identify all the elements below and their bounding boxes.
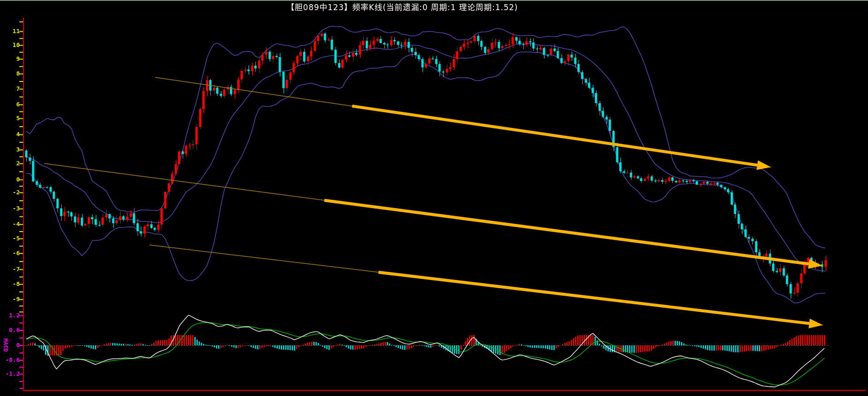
macd-axis-tick-label: 0.6: [0, 326, 20, 333]
main-axis-tick-label: -6: [0, 250, 20, 256]
main-axis-tick-label: -9: [0, 296, 20, 303]
chart-title: 【胆089中123】频率K线(当前遗漏:0 周期:1 理论周期:1.52): [287, 2, 518, 13]
main-axis-tick-label: -2: [0, 189, 20, 196]
main-axis-tick-label: 7: [0, 85, 20, 92]
main-axis-tick-label: 5: [0, 115, 20, 122]
main-axis-tick-label: -7: [0, 266, 20, 273]
main-axis-tick-label: 2: [0, 160, 20, 167]
main-axis-tick-label: 8: [0, 70, 20, 77]
main-axis-tick-label: 11: [0, 28, 20, 35]
main-axis-tick-label: -5: [0, 235, 20, 242]
main-axis-tick-label: -4: [0, 221, 20, 227]
chart-window: 【胆089中123】频率K线(当前遗漏:0 周期:1 理论周期:1.52) 11…: [0, 0, 868, 396]
main-axis-tick-label: 9: [0, 55, 20, 62]
main-axis-tick-label: -8: [0, 280, 20, 287]
macd-axis-tick-label: 1.2: [0, 312, 20, 319]
macd-axis-tick-label: -0.6: [0, 356, 20, 363]
chart-canvas[interactable]: [0, 0, 868, 396]
main-axis-tick-label: 10: [0, 41, 20, 48]
macd-axis-tick-label: -1.2: [0, 370, 20, 377]
main-axis-tick-label: 0: [0, 176, 20, 183]
main-axis-tick-label: 3: [0, 146, 20, 153]
main-axis-tick-label: 6: [0, 101, 20, 108]
title-bar: 【胆089中123】频率K线(当前遗漏:0 周期:1 理论周期:1.52): [0, 2, 868, 13]
main-axis-tick-label: -3: [0, 205, 20, 212]
main-axis-tick-label: 4: [0, 131, 20, 138]
macd-pane-label: MACD: [2, 338, 9, 352]
